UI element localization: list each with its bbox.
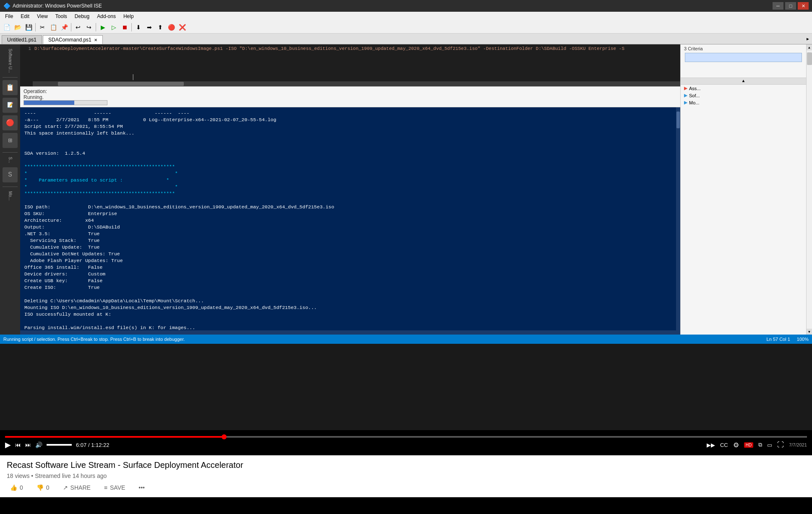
sidebar-item4[interactable]: ⊞ <box>3 133 18 148</box>
volume-slider[interactable] <box>47 444 72 446</box>
console-line-30: Mounting ISO D:\en_windows_10_business_e… <box>24 304 676 311</box>
more-icon: ••• <box>138 484 145 491</box>
yt-settings-button[interactable]: ⚙ <box>733 441 739 449</box>
debug-toggle-bp[interactable]: 🔴 <box>166 22 176 32</box>
yt-subtitles-button[interactable]: CC <box>720 442 728 448</box>
yt-theater-button[interactable]: ▭ <box>767 442 772 448</box>
operation-area: Operation: Running. <box>20 86 680 107</box>
new-button[interactable]: 📄 <box>2 22 12 32</box>
sidebar-label-software[interactable]: Software U... <box>6 47 14 75</box>
console-line-13: ****************************************… <box>24 190 676 197</box>
share-label: SHARE <box>70 484 91 491</box>
tab-untitled-label: Untitled1.ps1 <box>7 37 37 43</box>
redo-button[interactable]: ↪ <box>84 22 94 32</box>
scroll-arrow-up[interactable]: ▲ <box>807 44 812 50</box>
right-panel-item-1[interactable]: ▶ Ass... <box>681 85 806 92</box>
tab-close-icon[interactable]: ✕ <box>94 38 97 42</box>
left-sidebar: Software U... 📋 📝 🔴 ⊞ S... S Mo... <box>0 44 20 335</box>
menu-debug[interactable]: Debug <box>71 13 93 20</box>
yt-right-controls: ▶▶ CC ⚙ HD ⧉ ▭ ⛶ 7/7/2021 <box>707 441 807 449</box>
debug-step-over[interactable]: ➡ <box>144 22 154 32</box>
tab-scroll-right[interactable]: ▶ <box>804 34 812 44</box>
video-progress-track[interactable] <box>5 436 807 438</box>
menu-help[interactable]: Help <box>120 13 137 20</box>
scroll-arrow-down[interactable]: ▼ <box>807 329 812 335</box>
status-zoom: 100% <box>797 337 809 342</box>
video-more-button[interactable]: ••• <box>135 483 148 493</box>
yt-autoplay-button[interactable]: ▶▶ <box>707 442 715 448</box>
console-line-14 <box>24 197 676 204</box>
video-like-button[interactable]: 👍 0 <box>7 483 26 493</box>
menu-view[interactable]: View <box>34 13 51 20</box>
debug-step-out[interactable]: ⬆ <box>155 22 165 32</box>
code-editor[interactable]: 1 D:\SurfaceDeploymentAccelerator-master… <box>20 44 680 86</box>
horizontal-scrollbar[interactable] <box>33 81 680 86</box>
video-skip-forward-button[interactable]: ⏭ <box>25 441 31 448</box>
video-play-button[interactable]: ▶ <box>5 440 11 449</box>
video-skip-back-button[interactable]: ⏮ <box>15 441 21 448</box>
maximize-button[interactable]: □ <box>785 2 796 10</box>
console-line-17: Architecture: x64 <box>24 217 676 224</box>
right-panel-filter[interactable] <box>685 53 802 62</box>
console-line-23: Adobe Flash Player Updates: True <box>24 257 676 264</box>
sidebar-label-s[interactable]: S... <box>6 155 14 165</box>
right-panel-item-2[interactable]: ▶ Sof... <box>681 92 806 99</box>
stop-button[interactable]: ⏹ <box>120 22 130 32</box>
console-line-18: Output: D:\SDABuild <box>24 224 676 231</box>
scroll-thumb <box>807 52 812 65</box>
video-volume-button[interactable]: 🔊 <box>35 441 42 448</box>
yt-fullscreen-button[interactable]: ⛶ <box>777 441 784 449</box>
video-share-button[interactable]: ↗ SHARE <box>60 483 94 493</box>
video-dislike-button[interactable]: 👎 0 <box>33 483 53 493</box>
toolbar: 📄 📂 💾 ✂ 📋 📌 ↩ ↪ ▶ ▷ ⏹ ⬇ ➡ ⬆ 🔴 ❌ <box>0 21 812 34</box>
left-main: 1 D:\SurfaceDeploymentAccelerator-master… <box>20 44 680 335</box>
menu-tools[interactable]: Tools <box>52 13 70 20</box>
menu-edit[interactable]: Edit <box>17 13 33 20</box>
sidebar-item2[interactable]: 📝 <box>3 98 18 113</box>
debug-step-into[interactable]: ⬇ <box>133 22 144 32</box>
debug-remove-bp[interactable]: ❌ <box>177 22 187 32</box>
video-meta: 18 views • Streamed live 14 hours ago <box>7 472 805 479</box>
sidebar-item5[interactable]: S <box>3 167 18 182</box>
console-line-7: SDA version: 1.2.5.4 <box>24 150 676 157</box>
console-line-29: Deleting C:\Users\cmdadmin\AppData\Local… <box>24 298 676 304</box>
minimize-button[interactable]: ─ <box>773 2 783 10</box>
right-panel-scroll-up[interactable]: ▲ <box>681 78 806 85</box>
console-area[interactable]: ---- ------ ------ ---- -a--- 2/7/2021 8… <box>20 107 680 334</box>
menu-addons[interactable]: Add-ons <box>94 13 119 20</box>
ise-right-scroll[interactable]: ▲ ▼ <box>806 44 812 335</box>
cut-button[interactable]: ✂ <box>37 22 47 32</box>
tab-sdacommand[interactable]: SDACommand.ps1 ✕ <box>43 35 103 44</box>
tab-untitled[interactable]: Untitled1.ps1 <box>2 35 42 44</box>
console-scrollbar[interactable] <box>676 107 680 335</box>
sidebar-create-task[interactable]: 📋 <box>3 80 18 95</box>
console-line-24: Office 365 install: False <box>24 264 676 271</box>
console-line-25: Device drivers: Custom <box>24 271 676 278</box>
video-save-button[interactable]: ≡ SAVE <box>101 483 128 493</box>
separator-1 <box>35 23 36 31</box>
menu-file[interactable]: File <box>2 13 16 20</box>
item-label-1: Ass... <box>689 86 701 91</box>
dislike-icon: 👎 <box>37 484 44 491</box>
item-icon-3: ▶ <box>684 100 687 105</box>
separator-2 <box>71 23 71 31</box>
undo-button[interactable]: ↩ <box>73 22 83 32</box>
console-bottom-scrollbar[interactable] <box>20 330 676 335</box>
open-button[interactable]: 📂 <box>13 22 23 32</box>
tab-sdacommand-label: SDACommand.ps1 <box>48 37 91 43</box>
copy-button[interactable]: 📋 <box>48 22 58 32</box>
run-button[interactable]: ▶ <box>98 22 108 32</box>
paste-button[interactable]: 📌 <box>59 22 69 32</box>
close-button[interactable]: ✕ <box>798 2 809 10</box>
scroll-track[interactable] <box>807 50 812 329</box>
right-panel-item-3[interactable]: ▶ Mo... <box>681 99 806 106</box>
video-player: ▶ ⏮ ⏭ 🔊 6:07 / 1:12:22 ▶▶ CC ⚙ HD ⧉ ▭ ⛶ … <box>0 430 812 514</box>
run-selection-button[interactable]: ▷ <box>109 22 119 32</box>
yt-miniplayer-button[interactable]: ⧉ <box>758 441 762 448</box>
sidebar-item3[interactable]: 🔴 <box>3 115 18 130</box>
console-scroll-thumb <box>676 112 680 128</box>
yt-date: 7/7/2021 <box>789 442 807 447</box>
sidebar-label-mo[interactable]: Mo... <box>6 190 14 202</box>
scrollbar-thumb <box>58 82 184 86</box>
save-button[interactable]: 💾 <box>23 22 34 32</box>
